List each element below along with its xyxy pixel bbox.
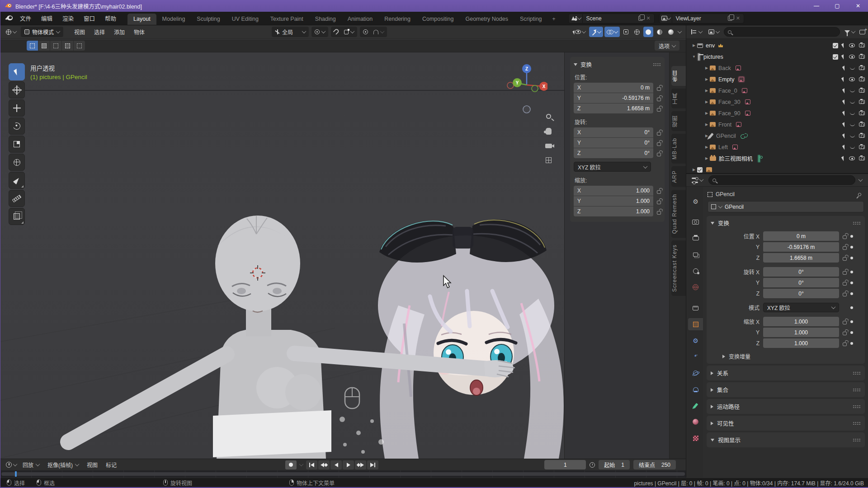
hide-eye-icon[interactable] xyxy=(849,55,855,59)
tab-view-layer-properties[interactable] xyxy=(688,249,703,261)
rotation-z-field[interactable]: Z0° xyxy=(574,148,653,158)
object-name-field[interactable]: GPencil xyxy=(708,201,864,212)
selectable-icon[interactable] xyxy=(841,54,846,60)
animate-dot-icon[interactable] xyxy=(850,320,853,323)
selectable-icon[interactable] xyxy=(842,88,847,94)
timeline-scrollbar[interactable] xyxy=(1,472,685,476)
next-keyframe-button[interactable] xyxy=(355,460,366,469)
sidebar-tab-quad-remesh[interactable]: Quad Remesh xyxy=(671,190,686,238)
snap-controls[interactable] xyxy=(331,27,357,37)
tab-render-properties[interactable] xyxy=(688,216,703,228)
scene-dropdown-icon[interactable] xyxy=(577,15,581,20)
sidebar-tab-tool[interactable]: 工具 xyxy=(671,89,686,108)
lock-icon[interactable] xyxy=(657,87,661,91)
outliner-row-face-camera[interactable]: ▶ 脸三视图相机 xyxy=(686,153,868,164)
mode-dropdown[interactable]: 物体模式 xyxy=(21,27,63,37)
current-frame-field[interactable]: 1 xyxy=(544,460,586,469)
disable-render-icon[interactable] xyxy=(859,122,865,127)
hide-eye-icon[interactable] xyxy=(849,43,855,47)
item-name[interactable]: GPencil xyxy=(716,133,736,139)
transform-panel-header[interactable]: 变换 xyxy=(711,219,861,227)
add-workspace-button[interactable]: + xyxy=(548,14,560,25)
blender-menu-icon[interactable] xyxy=(5,14,13,22)
keying-set-dropdown-icon[interactable] xyxy=(299,462,304,466)
delta-transform-panel-header[interactable]: 变换增量 xyxy=(722,352,861,360)
animate-dot-icon[interactable] xyxy=(850,342,853,345)
maximize-button[interactable]: ▢ xyxy=(827,0,848,12)
animate-dot-icon[interactable] xyxy=(850,292,853,295)
use-preview-range-icon[interactable] xyxy=(590,462,595,468)
selectable-icon[interactable] xyxy=(841,77,846,82)
hidden-eye-icon[interactable] xyxy=(850,123,855,126)
collection-checkbox[interactable] xyxy=(833,43,838,48)
timeline-menu-keying[interactable]: 抠像(插帧) xyxy=(43,461,83,469)
hidden-eye-icon[interactable] xyxy=(850,135,855,137)
navigation-gizmo[interactable]: Z X Y xyxy=(506,62,547,120)
lock-icon[interactable] xyxy=(843,321,847,324)
hide-eye-icon[interactable] xyxy=(849,77,855,81)
panel-grip-icon[interactable] xyxy=(853,438,861,442)
zoom-icon[interactable] xyxy=(546,114,551,119)
auto-keying-button[interactable] xyxy=(285,460,297,469)
orthographic-grid-icon[interactable] xyxy=(546,157,552,163)
disable-render-icon[interactable] xyxy=(859,43,865,47)
proportional-edit-controls[interactable] xyxy=(360,27,387,37)
outliner-row-front[interactable]: ▶ Front xyxy=(686,119,868,130)
shading-wireframe-button[interactable] xyxy=(632,27,642,37)
outliner-row-left[interactable]: ▶ Left xyxy=(686,141,868,153)
prev-keyframe-button[interactable] xyxy=(318,460,330,469)
item-name[interactable]: Front xyxy=(718,122,731,128)
lock-icon[interactable] xyxy=(657,132,661,136)
lock-icon[interactable] xyxy=(843,343,847,346)
tab-world-properties[interactable] xyxy=(688,281,703,293)
outliner-row-back[interactable]: ▶ Back xyxy=(686,62,868,74)
timeline-editor-type-button[interactable] xyxy=(4,461,19,469)
camera-view-icon[interactable] xyxy=(545,144,552,148)
tool-transform[interactable] xyxy=(9,154,25,171)
tab-uv-editing[interactable]: UV Editing xyxy=(226,14,264,25)
lock-icon[interactable] xyxy=(657,98,661,101)
sidebar-tab-arp[interactable]: ARP xyxy=(671,166,686,187)
tab-modeling[interactable]: Modeling xyxy=(156,14,191,25)
panel-grip-icon[interactable] xyxy=(653,63,661,66)
tab-gpencil-data-properties[interactable] xyxy=(688,399,703,412)
lock-icon[interactable] xyxy=(843,271,847,275)
location-z-field[interactable]: 1.6658 m xyxy=(763,253,839,263)
disable-render-icon[interactable] xyxy=(859,66,865,70)
timeline-menu-view[interactable]: 视图 xyxy=(83,461,102,469)
sidebar-tab-item[interactable]: 条目 xyxy=(671,66,686,86)
tool-move[interactable] xyxy=(9,99,25,117)
tab-shading[interactable]: Shading xyxy=(309,14,342,25)
lock-icon[interactable] xyxy=(843,332,847,335)
scene-selector[interactable]: Scene ✕ xyxy=(568,14,655,23)
disable-render-icon[interactable] xyxy=(859,145,865,149)
expand-icon[interactable]: ▶ xyxy=(703,156,710,160)
tab-physics-properties[interactable] xyxy=(688,367,703,379)
expand-icon[interactable]: ▼ xyxy=(691,55,697,59)
timeline-scrubber[interactable] xyxy=(0,470,686,478)
lock-icon[interactable] xyxy=(657,190,661,194)
lock-icon[interactable] xyxy=(657,142,661,146)
unlink-scene-icon[interactable]: ✕ xyxy=(645,15,652,21)
hidden-eye-icon[interactable] xyxy=(850,146,855,149)
viewport-menu-view[interactable]: 视图 xyxy=(70,28,90,36)
lock-icon[interactable] xyxy=(657,201,661,204)
properties-editor-type-button[interactable] xyxy=(690,177,705,184)
tab-texture-paint[interactable]: Texture Paint xyxy=(264,14,309,25)
selectable-icon[interactable] xyxy=(841,156,846,161)
outliner-row-pictures[interactable]: ▼ pictures xyxy=(686,51,868,62)
tab-particle-properties[interactable]: *¨ xyxy=(688,351,703,363)
item-name[interactable]: Empty xyxy=(718,76,734,83)
expand-icon[interactable]: ▶ xyxy=(691,168,697,172)
tool-select-box[interactable] xyxy=(9,63,25,80)
hidden-eye-icon[interactable] xyxy=(850,89,855,92)
close-button[interactable]: ✕ xyxy=(848,0,868,12)
lock-icon[interactable] xyxy=(657,211,661,215)
item-name[interactable]: Left xyxy=(718,144,728,150)
menu-render[interactable]: 渲染 xyxy=(57,14,79,23)
toggle-xray-button[interactable] xyxy=(621,27,631,37)
timeline-menu-marker[interactable]: 标记 xyxy=(102,461,121,469)
rotation-mode-dropdown[interactable]: XYZ 欧拉 xyxy=(763,303,839,312)
item-name[interactable]: Face_30 xyxy=(718,99,741,105)
tab-sculpting[interactable]: Sculpting xyxy=(191,14,226,25)
